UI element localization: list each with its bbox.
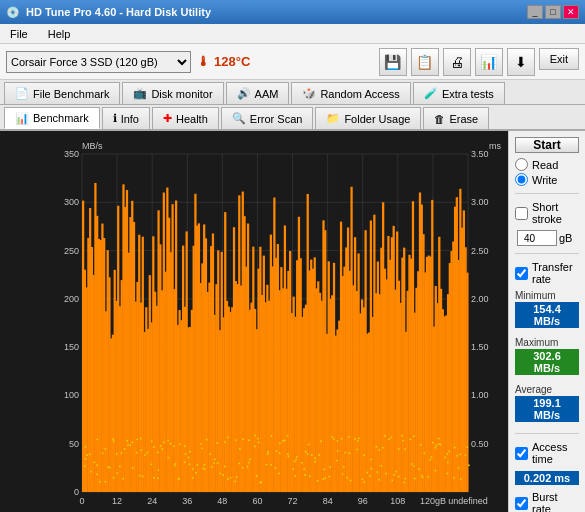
tab-disk-monitor[interactable]: 📺 Disk monitor	[122, 82, 223, 104]
stat-average: Average 199.1 MB/s	[515, 384, 579, 423]
tab-extra-tests[interactable]: 🧪 Extra tests	[413, 82, 505, 104]
radio-group: Read Write	[515, 158, 579, 186]
menu-bar: File Help	[0, 24, 585, 44]
title-bar: 💿 HD Tune Pro 4.60 - Hard Disk Utility _…	[0, 0, 585, 24]
access-time-label[interactable]: Access time	[515, 441, 579, 465]
thermometer-icon: 🌡	[197, 54, 210, 69]
tab-health[interactable]: ✚ Health	[152, 107, 219, 129]
health-icon: ✚	[163, 112, 172, 125]
exit-button[interactable]: Exit	[539, 48, 579, 70]
radio-read-label[interactable]: Read	[515, 158, 579, 171]
divider-3	[515, 433, 579, 434]
transfer-rate-checkbox[interactable]	[515, 267, 528, 280]
access-time-value: 0.202 ms	[515, 471, 579, 485]
chart-container	[0, 131, 508, 512]
toolbar: Corsair Force 3 SSD (120 gB) 🌡 128°C 💾 📋…	[0, 44, 585, 80]
temperature-display: 🌡 128°C	[197, 54, 250, 69]
right-panel: Start Read Write Short stroke gB Transfe…	[508, 131, 585, 512]
aam-icon: 🔊	[237, 87, 251, 100]
access-time-checkbox[interactable]	[515, 447, 528, 460]
tab-erase[interactable]: 🗑 Erase	[423, 107, 489, 129]
burst-rate-label[interactable]: Burst rate	[515, 491, 579, 512]
toolbar-icon-1[interactable]: 💾	[379, 48, 407, 76]
maximum-value: 302.6 MB/s	[515, 349, 579, 375]
radio-write-label[interactable]: Write	[515, 173, 579, 186]
minimize-button[interactable]: _	[527, 5, 543, 19]
short-stroke-checkbox[interactable]	[515, 207, 528, 220]
title-bar-text: HD Tune Pro 4.60 - Hard Disk Utility	[26, 6, 211, 18]
benchmark-chart	[40, 136, 503, 512]
tabs-top: 📄 File Benchmark 📺 Disk monitor 🔊 AAM 🎲 …	[0, 80, 585, 105]
start-button[interactable]: Start	[515, 137, 579, 153]
tab-folder-usage[interactable]: 📁 Folder Usage	[315, 107, 421, 129]
toolbar-icon-5[interactable]: ⬇	[507, 48, 535, 76]
toolbar-icon-2[interactable]: 📋	[411, 48, 439, 76]
minimum-value: 154.4 MB/s	[515, 302, 579, 328]
tab-random-access[interactable]: 🎲 Random Access	[291, 82, 410, 104]
tab-info[interactable]: ℹ Info	[102, 107, 150, 129]
close-button[interactable]: ✕	[563, 5, 579, 19]
toolbar-icon-3[interactable]: 🖨	[443, 48, 471, 76]
tab-aam[interactable]: 🔊 AAM	[226, 82, 290, 104]
content-area: Start Read Write Short stroke gB Transfe…	[0, 130, 585, 512]
disk-monitor-icon: 📺	[133, 87, 147, 100]
divider-2	[515, 253, 579, 254]
window-controls[interactable]: _ □ ✕	[527, 5, 579, 19]
info-icon: ℹ	[113, 112, 117, 125]
random-access-icon: 🎲	[302, 87, 316, 100]
drive-select[interactable]: Corsair Force 3 SSD (120 gB)	[6, 51, 191, 73]
stat-maximum: Maximum 302.6 MB/s	[515, 337, 579, 376]
radio-read[interactable]	[515, 158, 528, 171]
error-scan-icon: 🔍	[232, 112, 246, 125]
maximize-button[interactable]: □	[545, 5, 561, 19]
average-value: 199.1 MB/s	[515, 396, 579, 422]
extra-tests-icon: 🧪	[424, 87, 438, 100]
toolbar-icon-4[interactable]: 📊	[475, 48, 503, 76]
tabs-bottom: 📊 Benchmark ℹ Info ✚ Health 🔍 Error Scan…	[0, 105, 585, 130]
burst-rate-checkbox[interactable]	[515, 497, 528, 510]
spinbox-container: gB	[517, 230, 579, 246]
tab-error-scan[interactable]: 🔍 Error Scan	[221, 107, 314, 129]
help-menu[interactable]: Help	[44, 27, 75, 41]
file-benchmark-icon: 📄	[15, 87, 29, 100]
folder-usage-icon: 📁	[326, 112, 340, 125]
tab-file-benchmark[interactable]: 📄 File Benchmark	[4, 82, 120, 104]
toolbar-icons: 💾 📋 🖨 📊 ⬇ Exit	[379, 48, 579, 76]
temperature-value: 128°C	[214, 54, 250, 69]
tab-benchmark[interactable]: 📊 Benchmark	[4, 107, 100, 129]
divider-1	[515, 193, 579, 194]
benchmark-icon: 📊	[15, 112, 29, 125]
stat-minimum: Minimum 154.4 MB/s	[515, 290, 579, 329]
file-menu[interactable]: File	[6, 27, 32, 41]
transfer-rate-label[interactable]: Transfer rate	[515, 261, 579, 285]
app-icon: 💿	[6, 6, 20, 19]
radio-write[interactable]	[515, 173, 528, 186]
erase-icon: 🗑	[434, 113, 445, 125]
short-stroke-label[interactable]: Short stroke	[515, 201, 579, 225]
spinbox-input[interactable]	[517, 230, 557, 246]
